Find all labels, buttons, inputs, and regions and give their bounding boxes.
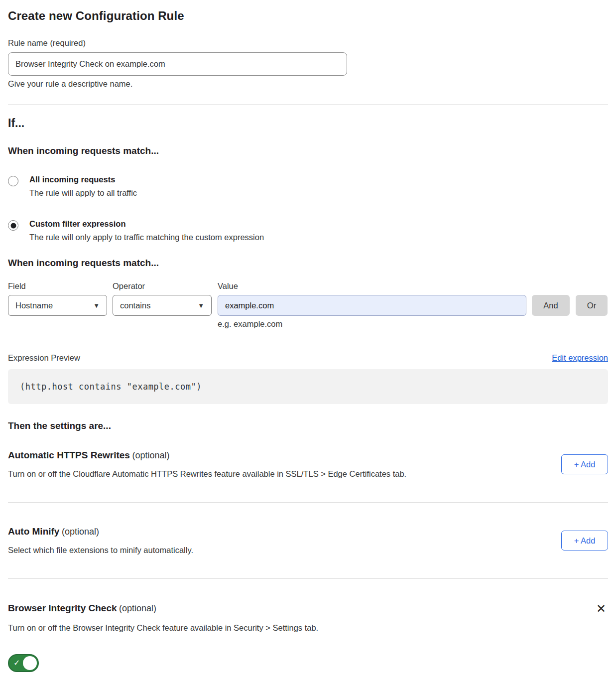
- setting-optional-tag: (optional): [62, 527, 99, 537]
- match-heading: When incoming requests match...: [8, 145, 608, 156]
- create-configuration-rule-form: Create new Configuration Rule Rule name …: [0, 0, 616, 674]
- expression-preview-code: (http.host contains "example.com"): [8, 369, 608, 404]
- setting-title: Automatic HTTPS Rewrites: [8, 450, 130, 460]
- rule-name-label: Rule name (required): [8, 38, 608, 48]
- toggle-knob: [23, 656, 37, 670]
- expression-builder: Field Operator Value Hostname ▼ contains…: [8, 281, 608, 329]
- section-divider: [8, 105, 608, 105]
- field-select[interactable]: Hostname ▼: [8, 295, 107, 316]
- value-column-label: Value: [218, 281, 526, 291]
- checkmark-icon: ✓: [13, 658, 20, 668]
- page-title: Create new Configuration Rule: [8, 9, 608, 23]
- field-select-value: Hostname: [15, 301, 53, 310]
- if-heading: If...: [8, 117, 608, 130]
- or-button[interactable]: Or: [576, 295, 608, 316]
- builder-heading: When incoming requests match...: [8, 258, 608, 269]
- radio-custom-filter-label: Custom filter expression: [29, 219, 264, 229]
- radio-all-requests-description: The rule will apply to all traffic: [29, 188, 137, 198]
- value-help: e.g. example.com: [218, 319, 608, 329]
- setting-optional-tag: (optional): [119, 603, 156, 613]
- rule-name-help: Give your rule a descriptive name.: [8, 79, 608, 89]
- browser-integrity-check-toggle[interactable]: ✓: [8, 654, 39, 672]
- setting-title: Browser Integrity Check: [8, 603, 117, 613]
- setting-description: Turn on or off the Cloudflare Automatic …: [8, 469, 406, 479]
- setting-description: Turn on or off the Browser Integrity Che…: [8, 623, 608, 633]
- setting-browser-integrity-check: Browser Integrity Check (optional) ✕ Tur…: [8, 579, 608, 674]
- setting-auto-minify: Auto Minify (optional) Select which file…: [8, 526, 608, 555]
- and-button[interactable]: And: [532, 295, 570, 316]
- close-icon[interactable]: ✕: [594, 603, 608, 615]
- setting-optional-tag: (optional): [132, 450, 169, 460]
- field-column-label: Field: [8, 281, 107, 291]
- value-input[interactable]: [218, 295, 526, 316]
- setting-title: Auto Minify: [8, 526, 59, 537]
- radio-option-custom-filter[interactable]: Custom filter expression The rule will o…: [8, 219, 608, 242]
- radio-custom-filter[interactable]: [8, 220, 18, 231]
- radio-option-all-requests[interactable]: All incoming requests The rule will appl…: [8, 175, 608, 198]
- radio-all-requests-label: All incoming requests: [29, 175, 137, 184]
- radio-all-requests[interactable]: [8, 176, 18, 186]
- setting-automatic-https-rewrites: Automatic HTTPS Rewrites (optional) Turn…: [8, 450, 608, 479]
- chevron-down-icon: ▼: [198, 302, 204, 309]
- rule-name-input[interactable]: [8, 52, 347, 76]
- chevron-down-icon: ▼: [93, 302, 100, 309]
- operator-column-label: Operator: [113, 281, 212, 291]
- add-automatic-https-rewrites-button[interactable]: + Add: [561, 454, 608, 474]
- expression-preview-label: Expression Preview: [8, 353, 80, 363]
- then-heading: Then the settings are...: [8, 420, 608, 431]
- radio-custom-filter-description: The rule will only apply to traffic matc…: [29, 233, 264, 242]
- add-auto-minify-button[interactable]: + Add: [561, 531, 608, 550]
- operator-select-value: contains: [120, 301, 150, 310]
- edit-expression-link[interactable]: Edit expression: [552, 353, 608, 363]
- setting-description: Select which file extensions to minify a…: [8, 546, 193, 555]
- operator-select[interactable]: contains ▼: [113, 295, 212, 316]
